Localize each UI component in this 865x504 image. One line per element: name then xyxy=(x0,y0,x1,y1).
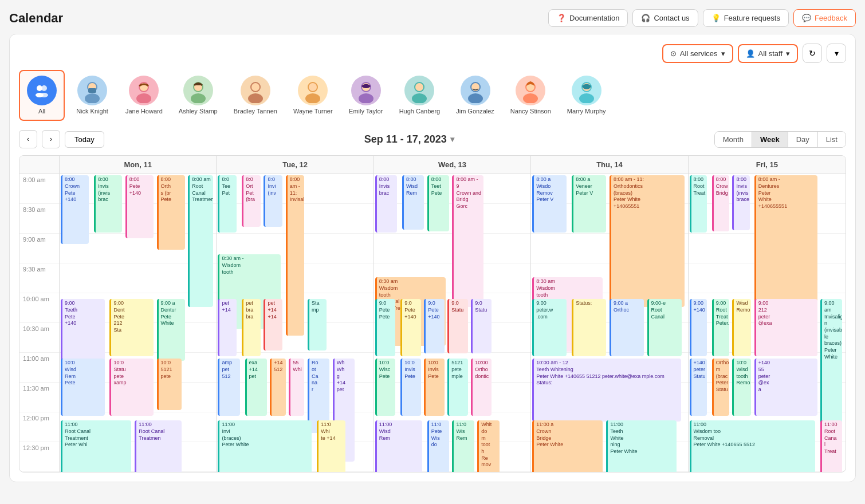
event-fri-9c[interactable]: WisdRemo xyxy=(732,299,751,356)
event-fri-9oo[interactable]: 9:00 amInvisalign(invisablebraces)PeterW… xyxy=(820,299,842,431)
event-tue-3[interactable]: 8:0Invi(inv xyxy=(264,175,282,227)
documentation-button[interactable]: ❓ Documentation xyxy=(548,9,628,27)
event-tue-t4[interactable]: 55Whi xyxy=(289,359,304,416)
staff-item-hugh[interactable]: Hugh Canberg xyxy=(394,70,446,121)
event-fri-9b[interactable]: 9:00RootTreat Peter. xyxy=(712,299,729,356)
event-mon-teeth[interactable]: 9:00TeethPete+140 xyxy=(61,299,105,362)
event-fri-dentures[interactable]: 8:00 am -DenturesPeterWhite+140655551 xyxy=(754,175,817,307)
staff-item-ashley[interactable]: Ashley Stamp xyxy=(173,70,223,121)
staff-item-nancy[interactable]: Nancy Stinson xyxy=(505,70,557,121)
event-fri-1[interactable]: 8:00RootTreat xyxy=(690,175,707,233)
event-wed-11d[interactable]: Whitdomtoot hRemov xyxy=(477,420,499,472)
staff-item-emily[interactable]: Emily Taylor xyxy=(343,70,389,121)
event-fri-10c[interactable]: 10:0WisdtoothRemo xyxy=(732,359,751,416)
event-mon-dent[interactable]: 9:00DentPete212Sta xyxy=(109,299,154,356)
event-fri-9a[interactable]: 9:00+140 xyxy=(690,299,707,356)
staff-item-all[interactable]: All xyxy=(19,70,65,121)
event-wed-9b[interactable]: 9:0Pete+140 xyxy=(400,299,421,356)
event-wed-9e[interactable]: 9:0Statu xyxy=(471,299,492,353)
event-wed-3[interactable]: 8:00TeetPete xyxy=(427,175,449,231)
staff-item-jane[interactable]: Jane Howard xyxy=(120,70,168,121)
event-fri-10b[interactable]: Orthom(bracPeterStatu xyxy=(712,359,729,416)
tab-list[interactable]: List xyxy=(818,132,846,147)
event-thu-11b[interactable]: 11:00TeethWhitening Peter White xyxy=(606,420,677,472)
more-options-button[interactable]: ▾ xyxy=(827,44,846,63)
prev-button[interactable]: ‹ xyxy=(19,130,37,148)
event-mon-crown[interactable]: 8:00CrownPete+140 xyxy=(61,175,89,244)
event-tue-invis[interactable]: 8:00 am - 11:Invisalign xyxy=(286,175,305,336)
event-mon-invis[interactable]: 8:00Invis(invisbrac xyxy=(94,175,122,233)
event-wed-11c[interactable]: 11:0WisRem xyxy=(452,420,474,472)
ashley-avatar xyxy=(183,76,213,105)
feedback-button[interactable]: 💬 Feedback xyxy=(793,9,856,27)
event-tue-sta[interactable]: Stamp xyxy=(308,299,327,351)
event-tue-2[interactable]: 8:0OrtPet(bra xyxy=(242,175,261,227)
event-thu-9c[interactable]: 9:00 aOrthoc xyxy=(610,299,644,356)
event-thu-11a[interactable]: 11:00 aCrownBridgePeter White xyxy=(532,420,603,472)
event-mon-wisd[interactable]: 10:0WisdRemPete xyxy=(61,359,105,416)
event-tue-t3[interactable]: +14512 xyxy=(270,359,285,416)
event-mon-rootcanal[interactable]: 8:00 amRootCanalTreatmen xyxy=(188,175,213,307)
event-thu-2[interactable]: 8:00 aVeneerPeter V xyxy=(572,175,606,233)
event-tue-wht[interactable]: 11:0White +14 xyxy=(317,420,345,472)
tab-month[interactable]: Month xyxy=(715,132,752,147)
event-wed-2[interactable]: 8:00WisdRem xyxy=(402,175,424,230)
all-staff-dropdown[interactable]: 👤 All staff ▾ xyxy=(738,44,798,63)
staff-item-bradley[interactable]: Bradley Tannen xyxy=(228,70,283,121)
event-wed-10b[interactable]: 10:0InvisPete xyxy=(400,359,421,416)
event-wed-9c[interactable]: 9:0Pete+140 xyxy=(424,299,445,353)
event-thu-9d[interactable]: 9:00-eRootCanal xyxy=(647,299,682,356)
event-mon-rootcanal2[interactable]: 11:00Root CanalTreatmentPeter Whi xyxy=(61,420,131,472)
event-thu-ortho[interactable]: 8:00 am - 11:Orthodontics(braces)Peter W… xyxy=(610,175,685,307)
event-wed-9a[interactable]: 9:0PetePete xyxy=(375,299,396,356)
event-fri-11b[interactable]: 11:00RootCanalTreat xyxy=(820,420,842,472)
event-mon-den2[interactable]: 10:05121pete xyxy=(157,359,182,410)
contact-button[interactable]: 🎧 Contact us xyxy=(632,9,698,27)
event-tue-s3[interactable]: pet+14+14 xyxy=(264,299,282,351)
event-fri-11a[interactable]: 11:00Wisdom tooRemovalPeter White +14065… xyxy=(690,420,816,472)
event-wed-10d[interactable]: 5121petemple xyxy=(447,359,468,416)
event-wed-10c[interactable]: 10:0InvisPete xyxy=(424,359,445,416)
tab-day[interactable]: Day xyxy=(788,132,818,147)
event-tue-invis2[interactable]: 11:00Invi(braces)Peter White xyxy=(218,420,312,472)
refresh-button[interactable]: ↻ xyxy=(803,44,822,63)
event-wed-11b[interactable]: 11:0PeteWisdo xyxy=(427,420,449,472)
event-tue-t1[interactable]: amppet512 xyxy=(218,359,239,416)
staff-item-wayne[interactable]: Wayne Turner xyxy=(288,70,339,121)
event-thu-1[interactable]: 8:00 aWisdoRemovPeter V xyxy=(532,175,567,233)
event-fri-2[interactable]: 8:00CrowBridg xyxy=(712,175,729,231)
event-mon-dentures[interactable]: 9:00 aDenturPeteWhite xyxy=(157,299,185,361)
all-services-dropdown[interactable]: ⊙ All services ▾ xyxy=(662,44,733,63)
event-wed-11a[interactable]: 11:00WisdRem xyxy=(375,420,422,472)
event-fri-10d[interactable]: +14055peter@exa xyxy=(754,359,817,416)
event-thu-9a[interactable]: 9:00peter.w.com xyxy=(532,299,567,356)
event-fri-3[interactable]: 8:00Invis(invisbrace xyxy=(732,175,749,230)
event-thu-9b[interactable]: Status: xyxy=(572,299,606,356)
staff-item-nick[interactable]: Nick Knight xyxy=(69,70,115,121)
event-tue-t2[interactable]: exa+14pet xyxy=(245,359,267,416)
staff-item-jim[interactable]: Jim Gonzalez xyxy=(450,70,500,121)
today-button[interactable]: Today xyxy=(65,131,104,148)
event-wed-10e[interactable]: 10:00Orthodontic xyxy=(471,359,492,416)
event-fri-10a[interactable]: +140peterStatu xyxy=(690,359,707,416)
staff-item-marry[interactable]: Marry Murphy xyxy=(561,70,612,121)
event-fri-9e[interactable]: 9:00212peter@exa xyxy=(754,299,817,356)
date-range-display[interactable]: Sep 11 - 17, 2023 ▾ xyxy=(364,133,454,145)
event-tue-s2[interactable]: petbrabra xyxy=(242,299,261,356)
event-thu-teeth[interactable]: 10:00 am - 12Teeth WhiteningPeter White … xyxy=(532,359,681,422)
event-mon-status[interactable]: 10:0Statupetexamp xyxy=(109,359,154,416)
event-tue-1[interactable]: 8:0TeePet xyxy=(218,175,237,233)
event-mon-rootcanal3[interactable]: 11:00Root CanalTreatmen xyxy=(135,420,182,472)
next-button[interactable]: › xyxy=(42,130,60,148)
event-mon-ortho2[interactable]: 8:00Orths (brPete xyxy=(157,175,185,250)
svg-point-5 xyxy=(85,93,100,103)
feature-requests-button[interactable]: 💡 Feature requests xyxy=(703,9,789,27)
event-wed-10a[interactable]: 10:0WiscPete xyxy=(375,359,396,416)
event-tue-s1[interactable]: pet+14 xyxy=(218,299,237,356)
event-wed-9d[interactable]: 9:0Statu xyxy=(447,299,468,353)
event-mon-orth[interactable]: 8:00Pete+140 xyxy=(125,175,154,238)
event-wed-crown[interactable]: 8:00 am - 9Crown andBridgGorc xyxy=(452,175,483,307)
event-wed-1[interactable]: 8:00Invisbrac xyxy=(375,175,397,233)
tab-week[interactable]: Week xyxy=(752,132,788,147)
bradley-avatar xyxy=(241,76,270,105)
